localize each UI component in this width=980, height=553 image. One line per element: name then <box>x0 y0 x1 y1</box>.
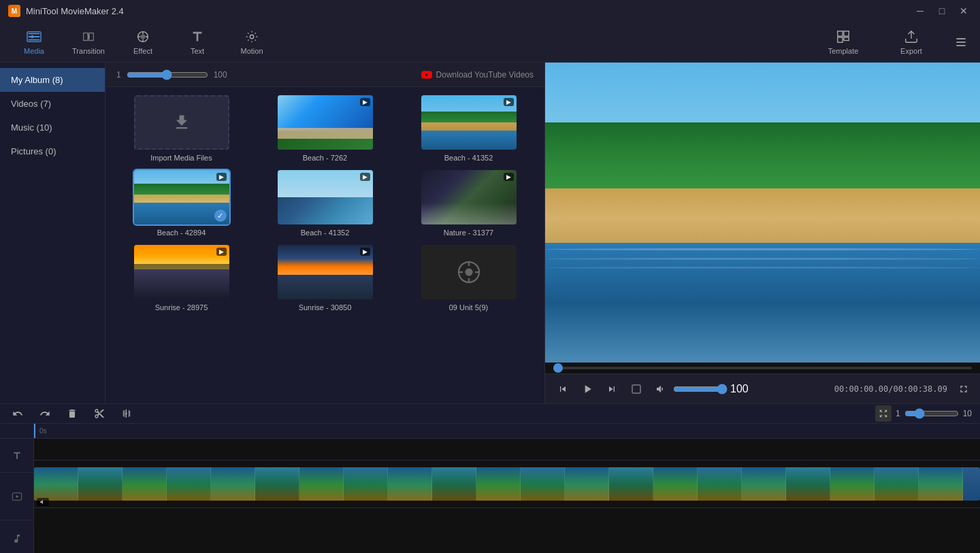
list-item[interactable]: ▶ Beach - 41352 <box>401 95 536 162</box>
media-grid: Import Media Files ▶ Beach - 7262 ▶ <box>105 87 544 403</box>
import-media-item[interactable]: Import Media Files <box>114 95 249 162</box>
toolbar-motion-button[interactable]: Motion <box>225 23 279 61</box>
media-thumb[interactable]: ▶ <box>134 245 229 299</box>
progress-handle[interactable] <box>553 363 563 373</box>
media-thumb[interactable]: ▶ <box>278 170 373 224</box>
time-current: 00:00:00.00 <box>834 384 888 394</box>
list-item[interactable]: ▶ Sunrise - 28975 <box>114 245 249 312</box>
sidebar-item-videos[interactable]: Videos (7) <box>0 92 105 116</box>
video-thumb <box>875 467 919 501</box>
volume-slider[interactable] <box>673 384 728 395</box>
delete-button[interactable] <box>63 404 82 423</box>
toolbar-effect-button[interactable]: Effect <box>116 23 170 61</box>
toolbar-right: Template Export <box>813 23 973 61</box>
audio-track <box>34 508 980 546</box>
media-thumb-selected[interactable]: ▶ ✓ <box>134 170 229 224</box>
preview-beach-scene <box>545 63 980 363</box>
sidebar-item-my-album[interactable]: My Album (8) <box>0 68 105 92</box>
app-title: MiniTool MovieMaker 2.4 <box>26 6 124 16</box>
play-button[interactable] <box>578 380 597 399</box>
effect-label: Effect <box>133 47 152 55</box>
zoom-value-label: 100 <box>214 70 227 80</box>
progress-bar-container[interactable] <box>553 367 972 369</box>
rewind-button[interactable] <box>553 380 572 399</box>
timeline-toolbar: 1 10 <box>0 404 980 424</box>
video-track-icon <box>0 473 33 520</box>
transition-label: Transition <box>72 47 105 55</box>
video-thumb <box>388 467 432 501</box>
svg-rect-7 <box>844 37 849 40</box>
zoom-slider-input[interactable] <box>127 69 208 80</box>
timeline-playhead[interactable] <box>34 424 35 438</box>
video-track[interactable] <box>34 460 980 508</box>
media-label: Sunrise - 30850 <box>299 303 352 312</box>
list-item[interactable]: ▶ Beach - 7262 <box>257 95 393 162</box>
svg-point-3 <box>250 35 254 39</box>
video-badge: ▶ <box>504 173 514 181</box>
youtube-download-button[interactable]: Download YouTube Videos <box>421 69 534 80</box>
preview-controls: 100 00:00:00.00/00:00:38.09 <box>545 373 980 403</box>
menu-button[interactable] <box>949 30 973 54</box>
toolbar-transition-button[interactable]: Transition <box>61 23 116 61</box>
check-badge: ✓ <box>214 210 227 222</box>
sidebar-item-music[interactable]: Music (10) <box>0 116 105 139</box>
media-thumb[interactable]: ▶ <box>421 170 517 224</box>
list-item[interactable]: ▶ Beach - 41352 <box>257 170 393 237</box>
svg-rect-5 <box>844 31 849 35</box>
preview-progress <box>545 363 980 373</box>
minimize-button[interactable]: ─ <box>912 3 928 19</box>
redo-button[interactable] <box>35 404 54 423</box>
video-thumb <box>830 467 875 501</box>
toolbar-media-button[interactable]: Media <box>7 23 61 61</box>
video-badge: ▶ <box>360 248 370 256</box>
main-content: My Album (8) Videos (7) Music (10) Pictu… <box>0 63 980 403</box>
split-button[interactable] <box>117 404 136 423</box>
close-button[interactable]: ✕ <box>956 3 972 19</box>
export-label: Export <box>900 47 922 55</box>
media-thumb[interactable]: ▶ <box>278 245 373 299</box>
text-track <box>34 439 980 460</box>
import-button[interactable] <box>134 95 229 150</box>
media-thumb[interactable]: ▶ <box>278 95 373 150</box>
video-thumb <box>565 467 609 501</box>
crop-button[interactable] <box>627 380 646 399</box>
timeline-content: 0s <box>0 424 980 553</box>
toolbar-export-button[interactable]: Export <box>881 23 942 61</box>
timeline-zoom-slider[interactable] <box>904 408 959 419</box>
zoom-min-label: 1 <box>896 409 900 418</box>
list-item[interactable]: ▶ Sunrise - 30850 <box>257 245 393 312</box>
list-item[interactable]: ▶ ✓ Beach - 42894 <box>114 170 249 237</box>
toolbar-template-button[interactable]: Template <box>813 23 874 61</box>
media-label: Media <box>24 47 44 55</box>
volume-icon[interactable] <box>651 380 670 399</box>
media-label: 09 Unit 5(9) <box>449 303 488 312</box>
media-label: Beach - 7262 <box>303 154 347 162</box>
ruler-spacer <box>0 424 33 439</box>
scissors-button[interactable] <box>90 404 109 423</box>
toolbar-text-button[interactable]: Text <box>170 23 225 61</box>
titlebar-controls[interactable]: ─ □ ✕ <box>912 3 972 19</box>
preview-area: 100 00:00:00.00/00:00:38.09 <box>544 63 980 403</box>
sidebar-item-pictures[interactable]: Pictures (0) <box>0 139 105 163</box>
timeline-zoom-control: 1 10 <box>875 405 972 422</box>
text-label: Text <box>191 47 204 55</box>
video-thumb <box>698 467 742 501</box>
video-thumb <box>742 467 786 501</box>
titlebar-left: M MiniTool MovieMaker 2.4 <box>8 5 124 17</box>
svg-rect-6 <box>838 37 843 41</box>
maximize-button[interactable]: □ <box>934 3 950 19</box>
video-thumb <box>122 467 167 501</box>
video-track-fill <box>34 467 980 501</box>
undo-button[interactable] <box>8 404 27 423</box>
list-item[interactable]: ▶ Nature - 31377 <box>401 170 536 237</box>
media-area: 1 100 Download YouTube Videos Import Med… <box>105 63 544 403</box>
video-badge: ▶ <box>216 248 227 256</box>
list-item[interactable]: 09 Unit 5(9) <box>401 245 536 312</box>
import-label: Import Media Files <box>150 154 212 162</box>
media-thumb[interactable]: ▶ <box>421 95 517 150</box>
media-thumb[interactable] <box>421 245 517 299</box>
fullscreen-button[interactable] <box>956 381 972 397</box>
fit-button[interactable] <box>875 405 892 422</box>
forward-button[interactable] <box>602 380 621 399</box>
audio-track-icon <box>0 520 33 553</box>
